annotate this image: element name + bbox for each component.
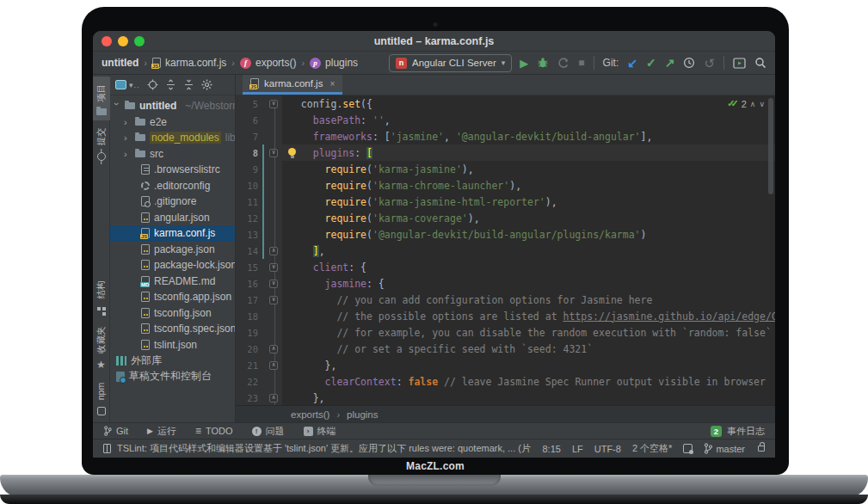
project-settings-button[interactable] <box>201 79 212 90</box>
inspection-widget[interactable]: ✓✓ 2 ∧ ∨ <box>727 98 765 109</box>
code-line[interactable]: 18 // the possible options are listed at… <box>236 308 775 324</box>
breadcrumb-item[interactable]: fexports() <box>240 57 296 69</box>
fold-open-icon[interactable]: ∨ <box>269 100 278 108</box>
chevron-collapsed-icon[interactable]: › <box>124 149 131 159</box>
fold-close-icon[interactable]: ∧ <box>269 247 278 255</box>
expand-all-button[interactable] <box>165 79 176 90</box>
inspections-profile-icon[interactable] <box>683 444 693 453</box>
tool-button-npm[interactable]: npm <box>93 375 110 421</box>
tool-window-button-terminal[interactable]: ›终端 <box>304 425 336 438</box>
tool-button-favorites[interactable]: 收藏夹 ★ <box>93 319 110 375</box>
fold-open-icon[interactable]: ∨ <box>269 280 278 288</box>
editor-scrollbar-thumb[interactable] <box>768 98 773 194</box>
tree-item[interactable]: JSkarma.conf.js <box>110 225 235 242</box>
breadcrumb-item[interactable]: JSkarma.conf.js <box>152 57 226 69</box>
fold-close-icon[interactable]: ∧ <box>269 345 278 353</box>
run-configuration-select[interactable]: n Angular CLI Server ▾ <box>389 54 512 72</box>
close-tab-icon[interactable]: × <box>329 79 335 89</box>
tool-window-button-run[interactable]: ▶运行 <box>147 425 176 438</box>
git-push-button[interactable]: ↗ <box>665 57 675 69</box>
intention-bulb-icon[interactable] <box>288 148 296 156</box>
code-line[interactable]: 15∨ client: { <box>236 259 775 275</box>
tree-item[interactable]: package-lock.json <box>110 257 235 274</box>
tool-button-structure[interactable]: 结构 <box>93 274 110 319</box>
tree-item[interactable]: tsconfig.json <box>110 305 235 322</box>
file-encoding[interactable]: UTF-8 <box>594 444 621 454</box>
indent-setting[interactable]: 2 个空格* <box>632 442 672 455</box>
chevron-collapsed-icon[interactable]: › <box>124 132 131 143</box>
fold-close-icon[interactable]: ∧ <box>269 394 278 403</box>
fold-open-icon[interactable]: ∨ <box>269 149 278 157</box>
git-commit-button[interactable]: ✓ <box>646 57 656 69</box>
breadcrumb-item[interactable]: untitled <box>102 57 139 69</box>
coverage-button[interactable] <box>557 57 569 69</box>
tree-item[interactable]: 外部库 <box>110 353 235 369</box>
tree-item[interactable]: angular.json <box>110 210 235 226</box>
code-line[interactable]: 7 frameworks: ['jasmine', '@angular-devk… <box>236 128 775 144</box>
project-view-selector-icon[interactable] <box>115 80 126 89</box>
chevron-collapsed-icon[interactable]: › <box>124 117 131 127</box>
tree-item[interactable]: ›node_moduleslibrary root <box>110 130 235 146</box>
tool-window-button-todo[interactable]: ≡TODO <box>195 425 233 437</box>
tree-item[interactable]: ›src <box>110 146 235 163</box>
history-button[interactable] <box>683 57 695 69</box>
collapse-all-button[interactable] <box>183 79 194 90</box>
tool-window-button-problem[interactable]: !问题 <box>252 425 285 438</box>
tree-item[interactable]: .editorconfig <box>110 178 235 194</box>
code-line[interactable]: 8∨ plugins: [ <box>236 144 775 161</box>
tree-item[interactable]: .gitignore <box>110 194 235 210</box>
editor-tab-karma-conf[interactable]: JS karma.conf.js × <box>243 75 342 95</box>
stop-button[interactable]: ■ <box>578 58 584 68</box>
code-viewport[interactable]: 5∨ config.set({6 basePath: '',7 framewor… <box>236 95 775 405</box>
run-button[interactable]: ▶ <box>520 58 528 69</box>
code-line[interactable]: 17∨ // you can add configuration options… <box>236 292 775 308</box>
code-line[interactable]: 6 basePath: '', <box>236 112 775 128</box>
tree-item[interactable]: ›e2e <box>110 114 235 131</box>
code-line[interactable]: 19 // for example, you can disable the r… <box>236 324 775 341</box>
fold-open-icon[interactable]: ∨ <box>269 296 278 304</box>
line-separator[interactable]: LF <box>572 444 583 454</box>
code-line[interactable]: 12 require('karma-coverage'), <box>236 210 775 226</box>
caret-position[interactable]: 8:15 <box>542 444 560 454</box>
code-line[interactable]: 14∧ ], <box>236 243 775 259</box>
editor-breadcrumb-item[interactable]: plugins <box>347 409 378 420</box>
fold-open-icon[interactable]: ∨ <box>269 263 278 272</box>
git-update-button[interactable]: ↙ <box>627 57 637 69</box>
event-log-button[interactable]: 2 事件日志 <box>711 425 765 438</box>
code-line[interactable]: 20∧ // or set a specific seed with `seed… <box>236 341 775 357</box>
tool-window-button-branch[interactable]: Git <box>103 426 128 436</box>
code-line[interactable]: 5∨ config.set({ <box>236 95 775 112</box>
tree-item[interactable]: package.json <box>110 242 235 258</box>
tree-root-row[interactable]: › untitled ~/WebstormProjects/untitled <box>110 98 235 114</box>
close-window-button[interactable] <box>102 36 112 46</box>
code-line[interactable]: 16∨ jasmine: { <box>236 275 775 292</box>
code-line[interactable]: 10 require('karma-chrome-launcher'), <box>236 177 775 194</box>
tree-item[interactable]: 草稿文件和控制台 <box>110 369 235 385</box>
next-problem-icon[interactable]: ∨ <box>759 100 765 108</box>
code-line[interactable]: 9 require('karma-jasmine'), <box>236 161 775 177</box>
tool-button-project[interactable]: 项目 <box>93 77 110 120</box>
search-everywhere-button[interactable] <box>754 57 766 69</box>
run-anything-button[interactable] <box>733 58 746 69</box>
editor-breadcrumb-item[interactable]: exports() <box>291 409 329 420</box>
git-branch-widget[interactable]: master <box>704 443 745 454</box>
rollback-button[interactable]: ↺ <box>704 57 715 70</box>
code-line[interactable]: 22 clearContext: false // leave Jasmine … <box>236 373 775 390</box>
fold-close-icon[interactable]: ∧ <box>269 361 278 370</box>
tree-item[interactable]: tslint.json <box>110 337 235 353</box>
zoom-window-button[interactable] <box>134 36 145 46</box>
code-line[interactable]: 23∧ }, <box>236 390 775 405</box>
code-line[interactable]: 11 require('karma-jasmine-html-reporter'… <box>236 194 775 210</box>
code-line[interactable]: 13 require('@angular-devkit/build-angula… <box>236 226 775 243</box>
debug-button[interactable] <box>537 57 549 69</box>
tree-item[interactable]: .browserslistrc <box>110 162 235 178</box>
minimize-window-button[interactable] <box>118 36 128 46</box>
tree-item[interactable]: MDREADME.md <box>110 274 235 290</box>
tool-button-commit[interactable]: 提交 <box>93 120 110 166</box>
breadcrumb-item[interactable]: pplugins <box>310 57 358 69</box>
tree-item[interactable]: tsconfig.app.json <box>110 289 235 305</box>
locate-file-button[interactable] <box>147 79 158 90</box>
tree-item[interactable]: tsconfig.spec.json <box>110 321 235 337</box>
chevron-expanded-icon[interactable]: › <box>112 102 122 109</box>
lock-icon[interactable] <box>758 446 765 452</box>
